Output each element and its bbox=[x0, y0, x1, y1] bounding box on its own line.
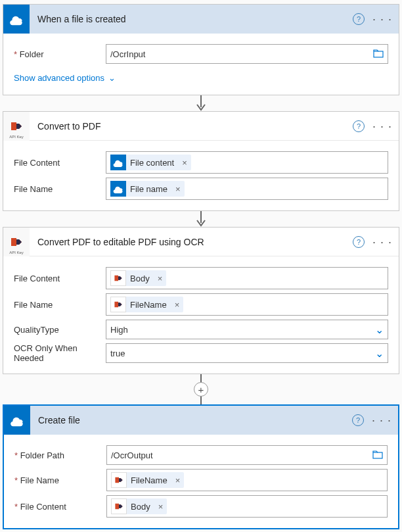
filename-label: File Name bbox=[14, 475, 106, 485]
card-title: Create file bbox=[30, 415, 352, 425]
folderpath-label: Folder Path bbox=[14, 450, 106, 460]
quality-select[interactable]: High ⌄ bbox=[106, 320, 388, 339]
help-icon[interactable]: ? bbox=[352, 414, 364, 426]
chevron-down-icon: ⌄ bbox=[375, 324, 384, 336]
add-step-button[interactable]: + bbox=[194, 382, 208, 397]
filename-input[interactable]: File name × bbox=[106, 178, 388, 200]
onedrive-icon bbox=[110, 181, 126, 197]
trigger-card: When a file is created ? · · · Folder /O… bbox=[3, 4, 399, 95]
ocronly-select[interactable]: true ⌄ bbox=[106, 343, 388, 363]
folderpath-input[interactable]: /OcrOutput bbox=[106, 445, 388, 465]
filename-label: File Name bbox=[14, 300, 106, 310]
card-header[interactable]: API Key Convert PDF to editable PDF usin… bbox=[3, 228, 399, 256]
folder-picker-icon[interactable] bbox=[372, 449, 383, 462]
filename-input[interactable]: FileName × bbox=[106, 293, 388, 316]
card-title: Convert to PDF bbox=[30, 121, 353, 132]
folder-value: /OcrInput bbox=[110, 49, 145, 59]
more-icon[interactable]: · · · bbox=[372, 414, 391, 426]
filecontent-label: File Content bbox=[14, 502, 106, 512]
show-advanced-link[interactable]: Show advanced options ⌄ bbox=[14, 68, 116, 88]
card-header[interactable]: When a file is created ? · · · bbox=[3, 5, 399, 34]
remove-pill-icon[interactable]: × bbox=[171, 475, 185, 485]
filecontent-label: File Content bbox=[14, 274, 106, 283]
filecontent-input[interactable]: File content × bbox=[106, 151, 388, 174]
connector-add: + bbox=[3, 374, 399, 404]
quality-label: QualityType bbox=[14, 325, 106, 335]
filename-pill: File name × bbox=[110, 181, 185, 197]
filecontent-pill: File content × bbox=[110, 155, 191, 170]
convert-pdf-card: API Key Convert to PDF ? · · · File Cont… bbox=[3, 111, 399, 211]
ocronly-label: OCR Only When Needed bbox=[14, 343, 106, 363]
filecontent-input[interactable]: Body × bbox=[106, 495, 388, 518]
filecontent-pill: Body × bbox=[111, 498, 167, 514]
card-header[interactable]: API Key Convert to PDF ? · · · bbox=[3, 112, 399, 141]
apikey-icon: API Key bbox=[3, 112, 30, 141]
apikey-icon: API Key bbox=[3, 228, 30, 256]
help-icon[interactable]: ? bbox=[353, 120, 365, 132]
remove-pill-icon[interactable]: × bbox=[171, 300, 184, 310]
create-file-card: Create file ? · · · Folder Path /OcrOutp… bbox=[3, 404, 399, 529]
apikey-icon bbox=[111, 472, 127, 488]
chevron-down-icon: ⌄ bbox=[108, 73, 116, 83]
connector-arrow bbox=[3, 211, 399, 227]
more-icon[interactable]: · · · bbox=[372, 120, 392, 132]
folder-label: Folder bbox=[14, 49, 106, 59]
help-icon[interactable]: ? bbox=[353, 236, 365, 248]
filecontent-input[interactable]: Body × bbox=[106, 267, 388, 289]
remove-pill-icon[interactable]: × bbox=[178, 158, 191, 168]
body-pill: Body × bbox=[110, 270, 166, 286]
filename-pill: FileName × bbox=[110, 297, 183, 312]
chevron-down-icon: ⌄ bbox=[375, 347, 384, 360]
help-icon[interactable]: ? bbox=[353, 13, 365, 25]
filename-label: File Name bbox=[14, 184, 106, 194]
more-icon[interactable]: · · · bbox=[372, 236, 392, 248]
remove-pill-icon[interactable]: × bbox=[171, 184, 185, 194]
remove-pill-icon[interactable]: × bbox=[154, 274, 167, 283]
folder-picker-icon[interactable] bbox=[373, 48, 384, 60]
onedrive-icon bbox=[3, 5, 30, 34]
card-title: Convert PDF to editable PDF using OCR bbox=[30, 237, 353, 247]
ocr-card: API Key Convert PDF to editable PDF usin… bbox=[3, 227, 399, 374]
filecontent-label: File Content bbox=[14, 158, 106, 168]
connector-arrow bbox=[3, 95, 399, 111]
remove-pill-icon[interactable]: × bbox=[154, 502, 168, 512]
filename-input[interactable]: FileName × bbox=[106, 469, 388, 491]
card-header[interactable]: Create file ? · · · bbox=[4, 406, 398, 435]
filename-pill: FileName × bbox=[111, 472, 184, 488]
card-title: When a file is created bbox=[30, 14, 353, 24]
more-icon[interactable]: · · · bbox=[372, 13, 392, 25]
apikey-icon bbox=[111, 498, 127, 514]
apikey-icon bbox=[110, 270, 126, 286]
apikey-icon bbox=[110, 297, 126, 312]
onedrive-icon bbox=[110, 155, 126, 170]
onedrive-icon bbox=[4, 406, 30, 435]
folder-input[interactable]: /OcrInput bbox=[106, 44, 388, 64]
